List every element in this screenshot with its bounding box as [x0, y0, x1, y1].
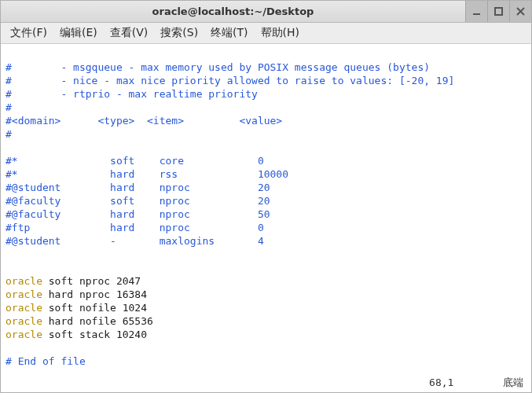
- menu-edit[interactable]: 编辑(E): [55, 24, 102, 42]
- vim-statusline: 68,1 底端: [429, 376, 523, 389]
- file-line: #: [6, 128, 12, 140]
- file-line: #@student - maxlogins 4: [6, 235, 264, 247]
- file-line: # - msgqueue - max memory used by POSIX …: [6, 61, 430, 73]
- titlebar[interactable]: oracle@localhost:~/Desktop: [1, 1, 531, 23]
- file-line: # - nice - max nice priority allowed to …: [6, 75, 454, 86]
- file-line: #ftp hard nproc 0: [6, 222, 264, 233]
- window-title: oracle@localhost:~/Desktop: [1, 6, 465, 17]
- close-icon: [516, 7, 525, 16]
- minimize-button[interactable]: [465, 1, 487, 22]
- file-line: #* hard rss 10000: [6, 168, 288, 180]
- menubar: 文件(F) 编辑(E) 查看(V) 搜索(S) 终端(T) 帮助(H): [1, 23, 531, 44]
- file-line: #@faculty hard nproc 50: [6, 208, 270, 220]
- menu-terminal[interactable]: 终端(T): [206, 24, 252, 42]
- menu-file[interactable]: 文件(F): [6, 24, 52, 42]
- window-controls: [465, 1, 531, 22]
- keyword: oracle: [6, 302, 42, 314]
- terminal-window: oracle@localhost:~/Desktop 文件(F) 编辑(E) 查…: [0, 0, 532, 393]
- menu-help[interactable]: 帮助(H): [256, 24, 304, 42]
- file-line: oracle soft stack 10240: [6, 329, 147, 340]
- cursor-position: 68,1: [429, 376, 453, 388]
- file-line: oracle soft nofile 1024: [6, 302, 147, 314]
- file-line: #<domain> <type> <item> <value>: [6, 115, 282, 127]
- minimize-icon: [472, 7, 481, 16]
- file-line: # - rtprio - max realtime priority: [6, 88, 258, 100]
- keyword: oracle: [6, 329, 42, 340]
- menu-view[interactable]: 查看(V): [105, 24, 153, 42]
- file-line: oracle soft nproc 2047: [6, 275, 141, 287]
- scroll-position: 底端: [503, 376, 523, 388]
- keyword: oracle: [6, 275, 42, 287]
- svg-rect-1: [495, 8, 502, 15]
- terminal-area[interactable]: # - msgqueue - max memory used by POSIX …: [1, 44, 531, 392]
- file-line: #@student hard nproc 20: [6, 182, 270, 193]
- close-button[interactable]: [509, 1, 531, 22]
- maximize-button[interactable]: [487, 1, 509, 22]
- file-line: #@faculty soft nproc 20: [6, 195, 270, 207]
- keyword: oracle: [6, 315, 42, 327]
- maximize-icon: [494, 7, 503, 16]
- file-line: #: [6, 101, 12, 113]
- keyword: oracle: [6, 288, 42, 300]
- file-line: oracle hard nofile 65536: [6, 315, 153, 327]
- file-line: # End of file: [6, 355, 86, 367]
- file-line: #* soft core 0: [6, 155, 264, 167]
- menu-search[interactable]: 搜索(S): [156, 24, 203, 42]
- file-line: oracle hard nproc 16384: [6, 288, 147, 300]
